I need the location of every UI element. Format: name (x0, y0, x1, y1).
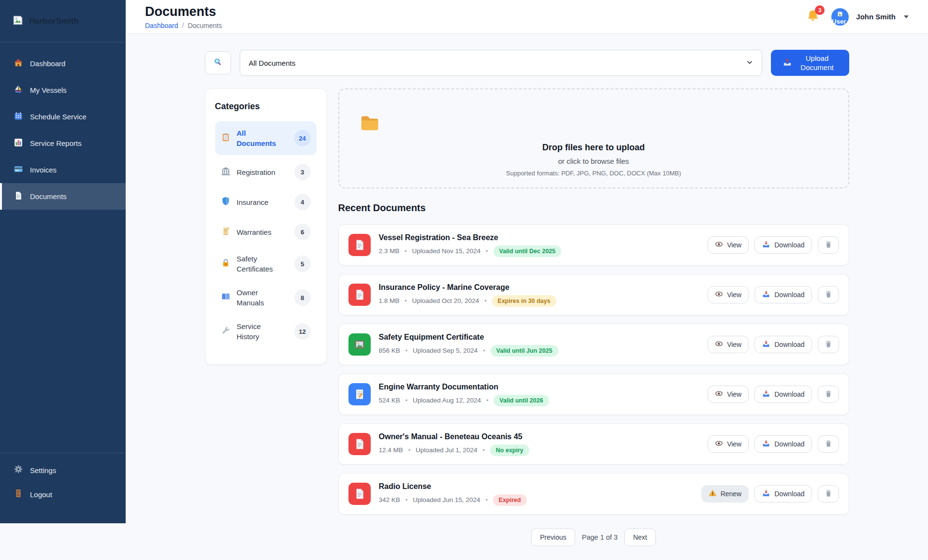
document-size: 1.8 MB (379, 297, 400, 304)
download-button[interactable]: Download (754, 236, 812, 254)
view-button[interactable]: View (708, 336, 749, 353)
sidebar-item-invoices[interactable]: Invoices (0, 157, 126, 183)
breadcrumb: Dashboard / Documents (145, 22, 222, 29)
notifications-button[interactable]: 3 (806, 9, 820, 25)
trash-icon (824, 340, 833, 350)
view-button-label: View (727, 291, 741, 299)
clipboard-icon (221, 132, 231, 144)
view-button[interactable]: View (708, 286, 749, 303)
document-filter-select[interactable]: All Documents (240, 50, 762, 76)
document-uploaded: Uploaded Nov 15, 2024 (412, 247, 480, 255)
user-name: John Smith (856, 13, 896, 21)
delete-button[interactable] (818, 336, 839, 353)
view-button[interactable]: View (708, 435, 749, 453)
breadcrumb-dashboard-link[interactable]: Dashboard (145, 22, 178, 29)
download-button-label: Download (774, 291, 804, 299)
category-count-badge: 12 (294, 323, 311, 340)
category-count-badge: 3 (294, 164, 311, 180)
avatar[interactable]: User (831, 8, 849, 26)
delete-button[interactable] (818, 386, 839, 403)
category-all-documents[interactable]: All Documents 24 (215, 121, 317, 155)
sidebar-item-label: Settings (30, 466, 56, 474)
upload-document-button[interactable]: Upload Document (771, 50, 849, 76)
page-title: Documents (145, 4, 222, 19)
delete-button[interactable] (818, 286, 839, 303)
sidebar-item-schedule-service[interactable]: Schedule Service (0, 103, 126, 130)
sidebar-item-documents[interactable]: Documents (0, 183, 126, 210)
calendar-icon (14, 111, 23, 123)
search-button[interactable] (205, 51, 231, 74)
meta-separator: • (405, 248, 406, 255)
view-button-label: View (727, 241, 741, 249)
document-uploaded: Uploaded Oct 20, 2024 (412, 297, 479, 304)
meta-separator: • (486, 248, 488, 255)
category-warranties[interactable]: Warranties 6 (215, 219, 317, 245)
magnifier-icon (213, 57, 223, 69)
delete-button[interactable] (818, 236, 839, 254)
download-button[interactable]: Download (754, 286, 812, 303)
meta-separator: • (483, 347, 485, 354)
pdf-file-icon (348, 483, 371, 505)
download-button[interactable]: Download (754, 435, 812, 453)
categories-panel: Categories All Documents 24 Registration… (205, 88, 327, 365)
outbox-tray-icon (783, 57, 792, 69)
view-button[interactable]: View (708, 236, 749, 254)
chevron-down-icon (746, 59, 753, 67)
category-count-badge: 4 (294, 194, 311, 210)
document-name: Radio License (379, 482, 527, 491)
category-registration[interactable]: Registration 3 (215, 159, 317, 185)
category-count-badge: 6 (294, 224, 311, 240)
broken-image-icon (12, 14, 24, 29)
document-name: Owner's Manual - Beneteau Oceanis 45 (379, 432, 529, 441)
renew-button-label: Renew (721, 490, 742, 498)
warning-icon (709, 489, 717, 499)
header-actions: 3 User John Smith (806, 8, 909, 26)
document-size: 12.4 MB (379, 446, 403, 454)
inbox-tray-icon (762, 340, 770, 350)
sidebar-item-dashboard[interactable]: Dashboard (0, 50, 126, 77)
pdf-file-icon (348, 234, 371, 256)
status-badge: Valid until Jun 2025 (491, 345, 558, 357)
view-button-label: View (727, 341, 741, 348)
sidebar-item-label: Logout (30, 490, 52, 499)
eye-icon (715, 340, 723, 349)
status-badge: Valid until Dec 2025 (493, 245, 562, 257)
delete-button[interactable] (818, 485, 839, 503)
meta-separator: • (405, 298, 406, 304)
document-actions: Renew Download (701, 485, 839, 503)
inbox-tray-icon (762, 290, 770, 300)
download-button[interactable]: Download (754, 336, 812, 353)
inbox-tray-icon (762, 439, 770, 449)
document-row: Insurance Policy - Marine Coverage 1.8 M… (338, 274, 849, 316)
download-button-label: Download (774, 390, 804, 398)
category-owner-manuals[interactable]: Owner Manuals 8 (215, 283, 317, 313)
next-page-button[interactable]: Next (624, 529, 656, 546)
download-button[interactable]: Download (754, 386, 812, 403)
view-button[interactable]: View (708, 386, 749, 403)
document-size: 856 KB (379, 347, 400, 354)
category-insurance[interactable]: Insurance 4 (215, 189, 317, 215)
delete-button[interactable] (818, 435, 839, 453)
inbox-tray-icon (762, 489, 770, 499)
document-uploaded: Uploaded Aug 12, 2024 (413, 397, 481, 404)
category-service-history[interactable]: Service History 12 (215, 316, 317, 346)
file-dropzone[interactable]: Drop files here to upload or click to br… (338, 88, 849, 188)
previous-page-button[interactable]: Previous (531, 529, 575, 546)
trash-icon (824, 439, 833, 449)
category-safety-certificates[interactable]: Safety Certificates 5 (215, 249, 317, 279)
home-icon (14, 58, 23, 70)
inbox-tray-icon (762, 389, 770, 400)
chevron-down-icon[interactable] (904, 15, 909, 18)
sidebar-item-my-vessels[interactable]: My Vessels (0, 77, 126, 103)
download-button[interactable]: Download (754, 485, 812, 503)
document-name: Safety Equipment Certificate (379, 333, 558, 342)
upload-button-label: Upload Document (797, 54, 838, 72)
sidebar-item-settings[interactable]: Settings (0, 458, 126, 482)
sidebar-item-logout[interactable]: Logout (0, 482, 126, 506)
scroll-icon (221, 226, 231, 238)
renew-button[interactable]: Renew (701, 485, 749, 503)
pdf-file-icon (348, 433, 371, 455)
sidebar-item-label: Invoices (30, 166, 57, 174)
sidebar-item-service-reports[interactable]: Service Reports (0, 130, 126, 157)
document-uploaded: Uploaded Jul 1, 2024 (416, 446, 478, 454)
